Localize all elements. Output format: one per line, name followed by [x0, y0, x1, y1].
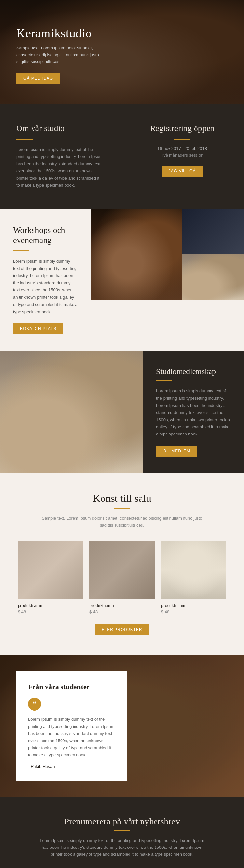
testimonial-section-title: Från våra studenter [28, 683, 115, 691]
workshops-image-bottom [182, 254, 244, 300]
workshops-content: Workshops och evenemang Lorem Ipsum is s… [0, 209, 91, 350]
quote-mark: ❝ [33, 700, 36, 708]
product-image-1 [18, 540, 83, 599]
workshops-section: Workshops och evenemang Lorem Ipsum is s… [0, 209, 244, 350]
membership-cta-button[interactable]: BLI MEDLEM [156, 445, 197, 457]
newsletter-section: Prenumerera på vårt nyhetsbrev Lorem Ips… [0, 797, 244, 868]
testimonial-text: Lorem Ipsum is simply dummy text of the … [28, 716, 115, 759]
art-section: Konst till salu Sample text. Lorem ipsum… [0, 473, 244, 655]
registration-divider [174, 138, 190, 140]
product-name-2: produktnamn [89, 603, 155, 608]
newsletter-title: Prenumerera på vårt nyhetsbrev [13, 816, 231, 827]
products-grid: produktnamn $ 48 produktnamn $ 48 produk… [13, 540, 231, 614]
product-name-3: produktnamn [161, 603, 226, 608]
product-card-2: produktnamn $ 48 [89, 540, 155, 614]
about-divider [16, 138, 33, 140]
membership-divider [156, 380, 173, 381]
workshops-main-image [91, 209, 182, 300]
product-image-3 [161, 540, 226, 599]
registration-cta-button[interactable]: JAG VILL GÅ [162, 165, 203, 177]
art-title: Konst till salu [13, 492, 231, 504]
testimonial-card: Från våra studenter ❝ Lorem Ipsum is sim… [16, 671, 127, 781]
hero-subtitle: Sample text. Lorem ipsum dolor sit amet,… [16, 45, 101, 65]
art-description: Sample text. Lorem ipsum dolor sit amet,… [41, 515, 203, 529]
hero-title: Keramikstudio [16, 26, 101, 40]
product-price-3: $ 48 [161, 610, 226, 614]
workshops-images [91, 209, 244, 350]
registration-btn-wrapper: JAG VILL GÅ [136, 165, 228, 177]
about-column: Om vår studio Lorem Ipsum is simply dumm… [0, 104, 120, 209]
about-registration-section: Om vår studio Lorem Ipsum is simply dumm… [0, 104, 244, 209]
art-divider [114, 508, 130, 509]
product-name-1: produktnamn [18, 603, 83, 608]
hero-content: Keramikstudio Sample text. Lorem ipsum d… [16, 26, 101, 84]
testimonial-author: - Rakib Hasan [28, 764, 115, 769]
product-image-2 [89, 540, 155, 599]
membership-image [0, 350, 143, 473]
about-title: Om vår studio [16, 124, 104, 133]
workshops-divider [13, 250, 29, 251]
membership-section: Studiomedlemskap Lorem Ipsum is simply d… [0, 350, 244, 473]
workshops-text: Lorem Ipsum is simply dummy text of the … [13, 258, 78, 315]
newsletter-description: Lorem Ipsum is simply dummy text of the … [37, 837, 207, 858]
membership-title: Studiomedlemskap [156, 367, 231, 376]
hero-cta-button[interactable]: GÅ MED IDAG [16, 73, 60, 84]
registration-session: Två månaders session [136, 153, 228, 158]
art-cta-wrapper: FLER PRODUKTER [13, 624, 231, 635]
product-card-3: produktnamn $ 48 [161, 540, 226, 614]
about-text: Lorem Ipsum is simply dummy text of the … [16, 146, 104, 189]
workshops-cta-button[interactable]: BOKA DIN PLATS [13, 323, 63, 334]
workshops-image-top [182, 209, 244, 254]
workshops-small-images [182, 209, 244, 350]
registration-column: Registrering öppen 16 nov 2017 - 20 feb … [120, 104, 244, 209]
product-price-2: $ 48 [89, 610, 155, 614]
hero-section: Keramikstudio Sample text. Lorem ipsum d… [0, 0, 244, 104]
art-cta-button[interactable]: FLER PRODUKTER [95, 624, 149, 635]
registration-dates: 16 nov 2017 - 20 feb 2018 [136, 146, 228, 151]
workshops-title: Workshops och evenemang [13, 225, 78, 245]
membership-text: Lorem Ipsum is simply dummy text of the … [156, 388, 231, 438]
testimonial-section: Från våra studenter ❝ Lorem Ipsum is sim… [0, 655, 244, 797]
membership-content: Studiomedlemskap Lorem Ipsum is simply d… [143, 350, 244, 473]
product-card-1: produktnamn $ 48 [18, 540, 83, 614]
product-price-1: $ 48 [18, 610, 83, 614]
registration-title: Registrering öppen [136, 124, 228, 133]
newsletter-divider [114, 830, 130, 831]
quote-icon: ❝ [28, 698, 41, 711]
